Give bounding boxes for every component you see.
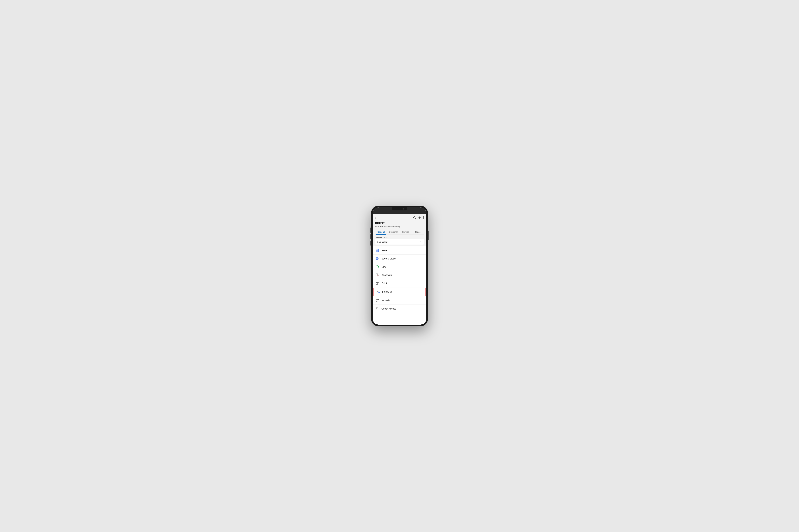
back-button[interactable]: ‹ [375,216,377,220]
refresh-label: Refresh [381,299,389,302]
check-access-label: Check Access [381,307,396,310]
svg-rect-12 [376,257,378,258]
delete-icon [375,281,379,285]
deactivate-label: Deactivate [381,274,393,277]
menu-item-save-close[interactable]: Save & Close [373,254,426,263]
chevron-down-icon [420,241,422,243]
nav-right [413,216,424,220]
svg-rect-13 [376,259,378,260]
menu-item-deactivate[interactable]: Deactivate [373,271,426,279]
booking-status-value: Completed [377,241,387,243]
svg-point-6 [423,218,424,219]
more-icon[interactable] [423,216,424,220]
top-bar: ‹ [373,214,426,235]
save-icon [375,249,379,252]
menu-item-delete[interactable]: Delete [373,279,426,287]
camera [402,208,404,210]
speaker [395,209,401,209]
refresh-icon [375,299,379,302]
save-close-icon [375,257,379,261]
tabs-bar: General Customer Service Notes [375,229,424,235]
menu-item-follow-up[interactable]: Follow up [374,288,425,296]
deactivate-icon [375,273,379,277]
booking-status-label: Booking Status* [375,236,424,239]
svg-point-4 [423,216,424,217]
follow-up-label: Follow up [382,291,392,293]
record-subtitle: Bookable Resource Booking [375,226,424,228]
menu-item-save[interactable]: Save [373,246,426,254]
tab-service[interactable]: Service [400,229,412,234]
action-menu: Save Save & Close [373,246,426,325]
svg-rect-23 [376,282,378,285]
delete-label: Delete [381,282,388,285]
nav-left: ‹ [375,216,377,220]
save-close-label: Save & Close [381,257,396,260]
app-content: ‹ [373,214,426,325]
menu-item-refresh[interactable]: Refresh [373,297,426,305]
new-label: New [381,266,386,268]
phone-frame: ‹ [371,206,428,326]
tab-customer[interactable]: Customer [387,229,400,234]
notch [392,207,407,210]
menu-item-new[interactable]: New [373,263,426,271]
svg-line-34 [378,309,379,310]
search-icon[interactable] [413,216,416,220]
tab-notes[interactable]: Notes [412,229,424,234]
booking-status-section: Booking Status* Completed [373,235,426,246]
top-nav: ‹ [375,216,424,220]
add-icon[interactable] [418,216,421,220]
status-bar [373,207,426,214]
svg-rect-9 [376,251,378,252]
svg-line-1 [415,218,416,218]
record-id: 00015 [375,221,424,225]
menu-item-check-access[interactable]: Check Access [373,305,426,313]
tab-general[interactable]: General [375,229,387,234]
save-label: Save [381,249,387,252]
svg-point-5 [423,217,424,218]
check-access-icon [375,307,379,310]
phone-screen: ‹ [373,207,426,325]
follow-up-icon [376,290,380,294]
booking-status-dropdown[interactable]: Completed [375,239,424,245]
new-icon [375,265,379,269]
required-indicator: * [387,236,388,239]
